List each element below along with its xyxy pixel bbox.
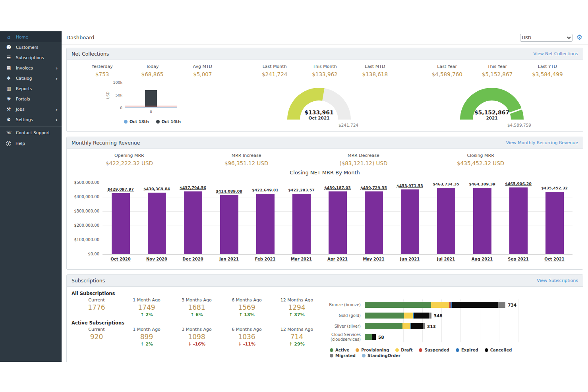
bar-jan-2021[interactable]	[220, 195, 238, 254]
x-axis-label[interactable]: Feb 2021	[247, 257, 283, 261]
bar-oct-2020[interactable]	[112, 193, 130, 255]
legend-item[interactable]: Draft	[395, 348, 412, 352]
bar-value-label[interactable]: $453,971.53	[392, 183, 428, 188]
segment-active[interactable]	[365, 302, 431, 308]
sidebar-item-contact-support[interactable]: ☏Contact Support	[0, 126, 62, 138]
bar-value-label[interactable]: $429,097.97	[103, 187, 139, 191]
segment-cancelled[interactable]	[411, 323, 423, 329]
stat-label: 12 Months Ago	[272, 327, 322, 332]
sidebar-item-invoices[interactable]: ▤Invoices›	[0, 63, 62, 73]
stat: 12 Months Ago1294↑ 37%	[272, 297, 322, 319]
bar-oct-14th[interactable]	[145, 90, 157, 108]
sidebar-item-jobs[interactable]: ⚒Jobs›	[0, 104, 62, 114]
x-axis-label[interactable]: Oct 2021	[536, 257, 573, 261]
stat-change: ↑ 2%	[122, 342, 172, 348]
dashboard-content: Net Collections View Net Collections Yes…	[62, 44, 588, 362]
legend-item[interactable]: Migrated	[330, 353, 356, 358]
bar-value-label[interactable]: $422,283.57	[283, 188, 319, 192]
sidebar-item-customers[interactable]: ☻Customers	[0, 42, 62, 52]
segment-migrated[interactable]	[498, 302, 505, 308]
x-axis-label[interactable]: Dec 2020	[175, 257, 211, 261]
sidebar-item-portals[interactable]: ❋Portals	[0, 94, 62, 104]
bar-mar-2021[interactable]	[292, 194, 311, 254]
bar-value-label[interactable]: $437,794.56	[175, 185, 211, 190]
segment-active[interactable]	[365, 334, 372, 340]
bar-apr-2021[interactable]	[329, 191, 347, 254]
bar-value-label[interactable]: $422,649.81	[247, 188, 283, 192]
x-axis-label[interactable]: Mar 2021	[283, 257, 319, 261]
segment-cancelled[interactable]	[414, 313, 429, 319]
legend-item[interactable]: Provisioning	[356, 348, 389, 352]
segment-cancelled[interactable]	[372, 334, 376, 340]
view-subscriptions-link[interactable]: View Subscriptions	[537, 278, 578, 283]
gear-icon[interactable]: ⚙	[576, 34, 582, 41]
stat: MRR Decrease($83,121.12) USD	[305, 153, 422, 166]
x-axis-label[interactable]: May 2021	[356, 257, 392, 261]
stacked-bar	[365, 323, 425, 329]
legend-item[interactable]: Oct 13th	[124, 120, 149, 124]
stacked-bar-row: Bronze (bronze)734	[324, 299, 571, 310]
legend-item[interactable]: Expired	[456, 348, 478, 352]
bar-may-2021[interactable]	[365, 191, 383, 254]
segment-cancelled[interactable]	[452, 302, 498, 308]
x-axis-label[interactable]: Jan 2021	[211, 257, 247, 261]
bar-jun-2021[interactable]	[401, 189, 419, 254]
view-net-collections-link[interactable]: View Net Collections	[533, 51, 578, 56]
stat-group: Last Month$241,724This Month$133,962Last…	[250, 64, 400, 77]
legend-item[interactable]: Cancelled	[485, 348, 512, 352]
sidebar-item-settings[interactable]: ⚙Settings›	[0, 114, 62, 125]
bar-value-label[interactable]: $464,389.39	[464, 182, 500, 186]
segment-active[interactable]	[365, 313, 404, 319]
arrow-down-icon: ↓	[188, 342, 191, 347]
bar-value-label[interactable]: $463,734.35	[428, 182, 464, 186]
catalog-icon: ❖	[5, 75, 13, 81]
bar-jul-2021[interactable]	[437, 188, 455, 254]
currency-select[interactable]: USD	[520, 34, 573, 42]
x-axis-label[interactable]: Apr 2021	[319, 257, 356, 261]
segment-migrated[interactable]	[423, 323, 425, 329]
bar-value-label[interactable]: $414,089.08	[211, 189, 247, 193]
view-mrr-link[interactable]: View Monthly Recurring Revenue	[506, 140, 578, 145]
x-axis-label[interactable]: Jun 2021	[392, 257, 428, 261]
x-axis-label[interactable]: Oct 2020	[103, 257, 139, 261]
settings-icon: ⚙	[5, 117, 13, 122]
legend-item[interactable]: Active	[330, 348, 349, 352]
bar-sep-2021[interactable]	[509, 187, 528, 254]
bar-dec-2020[interactable]	[184, 191, 202, 254]
y-axis-tick: $400,000.00	[72, 195, 99, 199]
legend-dot-icon	[356, 348, 359, 352]
x-axis-label[interactable]: Sep 2021	[500, 257, 536, 261]
legend-item[interactable]: Oct 14th	[156, 120, 181, 124]
bar-value-label[interactable]: $435,452.32	[536, 186, 573, 190]
sidebar-item-catalog[interactable]: ❖Catalog›	[0, 73, 62, 83]
legend-item[interactable]: Suspended	[419, 348, 449, 352]
sidebar-item-home[interactable]: ⌂Home	[0, 32, 62, 42]
y-axis-tick: 50k	[107, 93, 122, 97]
legend-item[interactable]: StandingOrder	[362, 353, 400, 358]
legend-dot-icon	[156, 120, 160, 124]
segment-draft[interactable]	[404, 313, 413, 319]
x-axis-label[interactable]: Nov 2020	[139, 257, 175, 261]
segment-draft[interactable]	[402, 323, 411, 329]
subscriptions-by-plan-stacked-chart: Bronze (bronze)734Gold (gold)348Silver (…	[324, 298, 571, 362]
sidebar-item-subscriptions[interactable]: ☰Subscriptions	[0, 52, 62, 63]
segment-active[interactable]	[365, 323, 402, 329]
x-axis-label[interactable]: Aug 2021	[464, 257, 500, 261]
sidebar-item-help[interactable]: ?Help	[0, 138, 62, 149]
gauge-sub-label: Oct 2021	[269, 116, 369, 120]
bar-nov-2020[interactable]	[148, 193, 166, 254]
segment-draft[interactable]	[431, 302, 450, 308]
sidebar-item-reports[interactable]: ▥Reports	[0, 83, 62, 94]
bar-value-label[interactable]: $439,729.35	[356, 185, 392, 190]
stat-change	[72, 312, 122, 319]
stat: Last Year$4,589,760	[422, 64, 472, 77]
bar-value-label[interactable]: $439,187.03	[319, 185, 356, 190]
bar-value-label[interactable]: $465,906.20	[500, 182, 536, 186]
bar-value-label[interactable]: $430,369.84	[139, 187, 175, 191]
bar-oct-2021[interactable]	[545, 192, 564, 254]
x-axis-label[interactable]: Jul 2021	[428, 257, 464, 261]
stat: Last YTD$3,584,499	[522, 64, 573, 77]
bar-feb-2021[interactable]	[256, 194, 275, 254]
bar-aug-2021[interactable]	[473, 188, 491, 254]
segment-migrated[interactable]	[429, 313, 431, 319]
